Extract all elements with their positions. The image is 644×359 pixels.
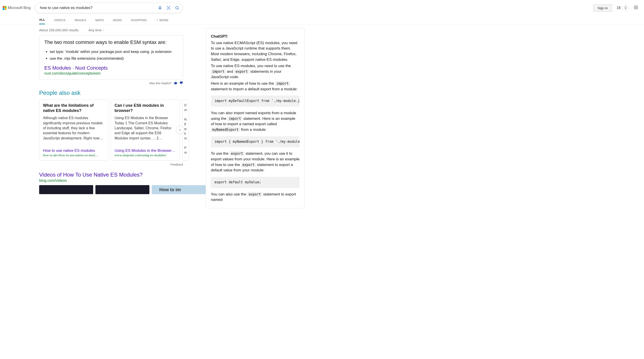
paa-body: Although native ES modules significantly… — [43, 116, 104, 146]
thumbs-up-icon[interactable] — [174, 81, 177, 85]
anytime-dropdown[interactable]: Any time — [88, 28, 105, 32]
hamburger-icon[interactable] — [633, 5, 638, 11]
tab-all[interactable]: ALL — [39, 15, 45, 24]
paa-next-button[interactable] — [176, 126, 184, 134]
video-thumbnail[interactable] — [39, 185, 93, 194]
snippet-source-link[interactable]: ES Modules · Nuxt Concepts — [44, 65, 108, 71]
featured-snippet: The two most common ways to enable ESM s… — [39, 35, 183, 80]
chat-text: Here is an example of how to use the imp… — [211, 81, 300, 92]
code-block: import { myNamedExport } from './my-modu… — [211, 136, 300, 148]
thumbs-down-icon[interactable] — [180, 81, 183, 85]
svg-point-3 — [625, 7, 626, 8]
svg-point-2 — [176, 6, 178, 9]
lens-icon[interactable] — [166, 6, 171, 10]
tab-news[interactable]: NEWS — [113, 15, 122, 24]
video-thumbnail[interactable]: How to im — [152, 185, 206, 194]
chat-text: To use native ECMAScript (ES) modules, y… — [211, 40, 300, 63]
microsoft-icon — [3, 6, 6, 10]
bing-logo[interactable]: Microsoft Bing — [3, 6, 30, 10]
paa-link[interactable]: Using ES Modules in the Browser T… — [114, 148, 176, 153]
rewards-count: 18 — [616, 6, 620, 10]
code-inline: export — [247, 192, 262, 197]
chevron-right-icon — [178, 128, 182, 132]
code-inline: export — [234, 69, 249, 74]
code-inline: import — [275, 81, 290, 86]
tab-images[interactable]: IMAGES — [74, 15, 86, 24]
paa-url: www.sitepoint.com/using-es-modules/ — [114, 153, 176, 157]
chat-text: You can also use the export statement to… — [211, 192, 300, 203]
tab-more[interactable]: MORE — [156, 15, 168, 24]
tab-videos[interactable]: VIDEOS — [54, 15, 66, 24]
paa-link[interactable]: How to use native ES modules — [43, 148, 104, 153]
tabs-bar: ALL VIDEOS IMAGES MAPS NEWS SHOPPING MOR… — [0, 15, 644, 25]
chevron-down-icon — [102, 29, 105, 31]
tab-maps[interactable]: MAPS — [95, 15, 104, 24]
chatgpt-panel: ChatGPT: To use native ECMAScript (ES) m… — [206, 28, 305, 208]
rewards-widget[interactable]: 18 — [616, 5, 629, 11]
snippet-bullet: use the .mjs file extensions (recommende… — [50, 55, 178, 62]
videos-heading[interactable]: Videos of How To Use Native ES Modules? — [39, 172, 183, 178]
paa-heading: People also ask — [39, 89, 183, 96]
code-block: export default myValue; — [211, 177, 300, 188]
code-inline: export — [241, 163, 256, 167]
brand-label: Microsoft Bing — [8, 6, 30, 10]
code-inline: import — [228, 116, 242, 121]
snippet-source-url: nuxt.com/docs/guide/concepts/esm — [44, 71, 178, 76]
chat-text: To use the export statement, you can use… — [211, 151, 300, 173]
paa-question: What are the limitations of native ES mo… — [43, 103, 104, 114]
tab-shopping[interactable]: SHOPPING — [131, 15, 147, 24]
feedback-link[interactable]: Feedback — [170, 163, 183, 166]
code-inline: myNamedExport — [211, 128, 240, 132]
paa-body: Using ES Modules in the Browser Today 1 … — [114, 116, 176, 146]
svg-point-6 — [157, 21, 158, 21]
header: Microsoft Bing Sign in 18 — [0, 0, 644, 15]
paa-question: Can I use ES6 modules in browser? — [114, 103, 176, 114]
helpful-label: Was this helpful? — [149, 82, 172, 85]
svg-point-5 — [157, 20, 158, 20]
searchbox — [35, 3, 183, 13]
search-icon[interactable] — [175, 6, 179, 10]
paa-carousel: What are the limitations of native ES mo… — [39, 100, 183, 161]
code-block: import myDefaultExport from './my-module… — [211, 96, 300, 107]
chat-text: To use native ES modules, you need to us… — [211, 63, 300, 80]
svg-point-4 — [157, 19, 158, 20]
paa-card[interactable]: Can I use ES6 modules in browser? Using … — [111, 100, 180, 161]
videos-url: bing.com/videos — [39, 178, 183, 183]
code-inline: import — [211, 69, 226, 74]
paa-card[interactable]: What are the limitations of native ES mo… — [39, 100, 108, 161]
svg-rect-0 — [160, 6, 161, 8]
signin-button[interactable]: Sign in — [593, 4, 612, 12]
chat-label: ChatGPT: — [211, 34, 228, 39]
snippet-heading: The two most common ways to enable ESM s… — [44, 40, 178, 45]
search-input[interactable] — [40, 6, 158, 10]
mic-icon[interactable] — [158, 6, 162, 10]
paa-url: how-to.dev/how-to-use-native-es-mod… — [43, 153, 104, 157]
svg-point-1 — [168, 8, 169, 9]
result-count: About 256,000,000 results — [39, 28, 78, 32]
chat-text: You can also import named exports from a… — [211, 110, 300, 133]
code-inline: export — [230, 151, 244, 156]
snippet-bullet: set type: 'module' within your package.j… — [50, 49, 178, 55]
rewards-icon — [622, 5, 629, 11]
video-thumbnail[interactable] — [96, 185, 150, 194]
